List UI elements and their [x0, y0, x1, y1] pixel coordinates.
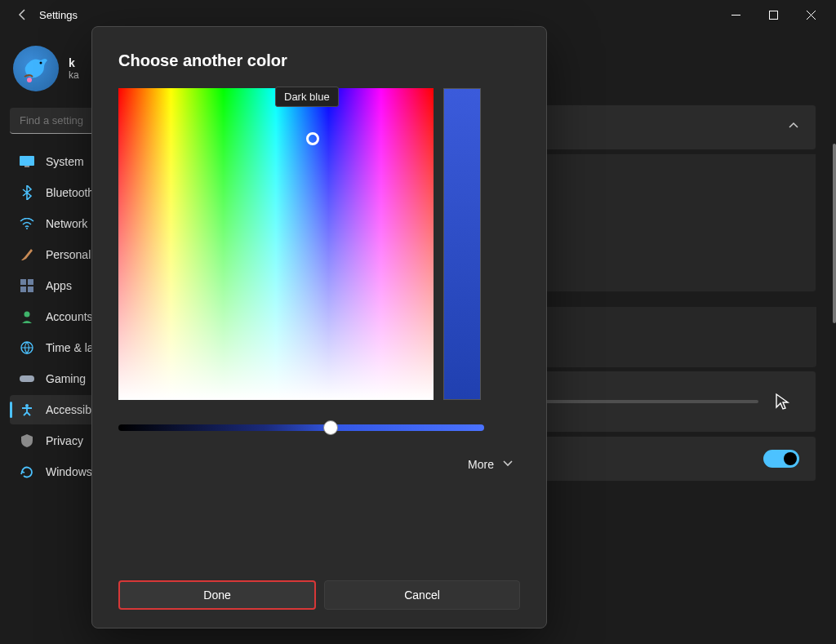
nav-label: Gaming — [46, 372, 86, 385]
color-picker-dialog: Choose another color Dark blue More Done… — [91, 26, 547, 628]
sv-cursor[interactable] — [306, 132, 319, 145]
nav-label: Bluetooth — [46, 186, 94, 199]
nav-label: Apps — [46, 279, 72, 292]
avatar-bird-icon — [16, 49, 56, 88]
globe-icon — [20, 340, 34, 355]
accessibility-icon — [20, 402, 34, 417]
svg-rect-13 — [20, 375, 34, 382]
update-icon — [20, 464, 34, 479]
profile-name: k — [69, 56, 79, 69]
cursor-outline-icon — [773, 393, 791, 411]
nav-label: System — [46, 155, 84, 168]
maximize-button[interactable] — [754, 2, 792, 28]
cancel-label: Cancel — [404, 588, 440, 602]
nav-label: Accounts — [46, 310, 93, 323]
svg-rect-5 — [24, 166, 29, 167]
svg-point-2 — [40, 62, 42, 64]
value-slider-thumb[interactable] — [323, 420, 338, 435]
svg-rect-7 — [20, 279, 26, 285]
nav-label: Privacy — [46, 434, 83, 447]
person-icon — [20, 309, 34, 324]
done-button[interactable]: Done — [118, 580, 316, 610]
color-tooltip: Dark blue — [275, 87, 339, 107]
svg-point-6 — [26, 228, 28, 229]
maximize-icon — [769, 11, 778, 20]
svg-rect-8 — [28, 279, 33, 285]
svg-rect-4 — [20, 156, 34, 166]
minimize-button[interactable] — [717, 2, 754, 28]
shield-icon — [20, 433, 34, 448]
wifi-icon — [20, 216, 34, 231]
more-toggle[interactable]: More — [118, 457, 520, 471]
svg-rect-9 — [20, 286, 26, 292]
cancel-button[interactable]: Cancel — [324, 580, 520, 610]
touch-toggle[interactable] — [763, 450, 799, 468]
arrow-left-icon — [16, 8, 29, 21]
brush-icon — [20, 247, 34, 262]
close-icon — [807, 11, 816, 20]
avatar — [13, 46, 59, 91]
scrollbar-thumb[interactable] — [833, 144, 836, 323]
close-button[interactable] — [792, 2, 829, 28]
app-title: Settings — [39, 9, 78, 21]
bluetooth-icon — [20, 185, 34, 200]
window-controls — [717, 2, 829, 28]
nav-label: Network — [46, 217, 87, 230]
svg-point-14 — [25, 404, 29, 407]
profile-email: ka — [69, 69, 79, 81]
saturation-value-plane[interactable]: Dark blue — [118, 88, 434, 400]
chevron-down-icon — [502, 457, 514, 471]
gamepad-icon — [20, 371, 34, 386]
dialog-title: Choose another color — [118, 51, 520, 70]
title-bar: Settings — [0, 0, 836, 29]
minimize-icon — [732, 11, 740, 20]
more-label: More — [468, 458, 494, 471]
done-label: Done — [203, 588, 230, 602]
back-button[interactable] — [7, 8, 39, 21]
svg-point-11 — [24, 312, 30, 318]
svg-point-3 — [27, 78, 32, 82]
svg-rect-1 — [769, 11, 777, 19]
svg-rect-10 — [28, 286, 33, 292]
apps-icon — [20, 278, 34, 293]
value-bar[interactable] — [443, 88, 481, 400]
display-icon — [20, 154, 34, 169]
chevron-up-icon — [788, 120, 799, 135]
value-slider[interactable] — [118, 424, 484, 431]
